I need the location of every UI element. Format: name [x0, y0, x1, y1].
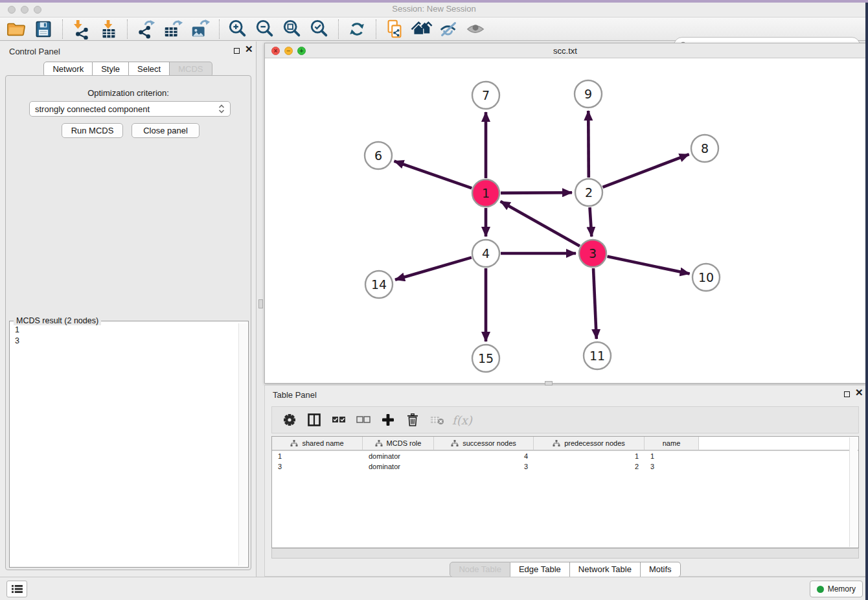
close-panel-icon[interactable]: ✕: [245, 46, 253, 52]
memory-label: Memory: [828, 584, 856, 594]
save-session-icon[interactable]: [32, 18, 54, 40]
task-history-button[interactable]: [6, 581, 27, 597]
mcds-tab-content: Optimization criterion: strongly connect…: [5, 75, 251, 570]
show-all-eye-icon[interactable]: [465, 18, 487, 40]
graph-node-6[interactable]: 6: [365, 142, 392, 169]
float-table-panel-icon[interactable]: [844, 391, 850, 397]
clone-network-icon[interactable]: [383, 18, 405, 40]
table-cell[interactable]: 3: [645, 463, 699, 470]
dropdown-stepper-icon: [218, 104, 225, 113]
splitter-grip-vertical[interactable]: [258, 299, 263, 308]
zoom-selected-icon[interactable]: [308, 18, 330, 40]
import-table-icon[interactable]: [97, 18, 119, 40]
edge-1-6[interactable]: [394, 161, 472, 189]
table-row[interactable]: 3dominator323: [272, 461, 858, 472]
tab-network-table[interactable]: Network Table: [570, 562, 641, 577]
export-table-icon[interactable]: [162, 18, 184, 40]
graph-node-3[interactable]: 3: [579, 240, 606, 267]
graph-node-11[interactable]: 11: [584, 342, 611, 369]
close-panel-button[interactable]: Close panel: [131, 123, 200, 138]
column-header-successor-nodes[interactable]: successor nodes: [434, 437, 534, 450]
refresh-view-icon[interactable]: [346, 18, 368, 40]
graph-node-4[interactable]: 4: [472, 240, 499, 267]
memory-button[interactable]: Memory: [810, 581, 863, 597]
toolbar-separator: [219, 19, 220, 39]
home-view-icon[interactable]: [411, 18, 433, 40]
zoom-in-icon[interactable]: [227, 18, 249, 40]
titlebar: Session: New Session: [0, 0, 868, 17]
tab-edge-table[interactable]: Edge Table: [510, 562, 570, 577]
edge-2-8[interactable]: [603, 154, 689, 187]
table-cell[interactable]: 1: [272, 452, 363, 460]
table-cell[interactable]: 2: [534, 463, 645, 470]
result-scrollbar[interactable]: [238, 323, 247, 566]
run-mcds-button[interactable]: Run MCDS: [62, 123, 123, 138]
graph-node-15[interactable]: 15: [472, 345, 499, 372]
svg-text:9: 9: [584, 87, 592, 101]
delete-column-trash-icon[interactable]: [403, 410, 422, 430]
export-image-icon[interactable]: [189, 18, 211, 40]
edge-3-11[interactable]: [593, 268, 597, 339]
memory-status-icon: [817, 586, 824, 593]
zoom-out-icon[interactable]: [254, 18, 276, 40]
graph-node-2[interactable]: 2: [575, 179, 602, 206]
table-settings-gear-icon[interactable]: [280, 410, 299, 430]
graph-node-1[interactable]: 1: [472, 179, 499, 207]
graph-node-14[interactable]: 14: [365, 271, 393, 298]
column-label: predecessor nodes: [564, 439, 625, 447]
attribute-tree-icon: [451, 440, 459, 447]
edge-4-14[interactable]: [395, 257, 472, 279]
network-window-titlebar[interactable]: × − + scc.txt: [265, 43, 865, 58]
optimization-criterion-label: Optimization criterion:: [6, 88, 251, 98]
edge-3-1[interactable]: [501, 202, 580, 246]
node-table: shared nameMCDS rolesuccessor nodesprede…: [271, 436, 859, 548]
column-header-name[interactable]: name: [645, 437, 699, 450]
zoom-fit-icon[interactable]: [281, 18, 303, 40]
table-cell[interactable]: 3: [434, 463, 534, 470]
network-canvas[interactable]: 1 2 3 4 6 7 8 9 10 11 14 15: [265, 58, 865, 383]
attribute-tree-icon: [553, 440, 560, 447]
criterion-dropdown[interactable]: strongly connected component: [29, 101, 231, 117]
graph-node-7[interactable]: 7: [472, 82, 499, 109]
hide-unselected-eye-icon[interactable]: [438, 18, 460, 40]
table-cell[interactable]: 1: [534, 452, 645, 460]
column-visibility-icon[interactable]: [304, 410, 324, 430]
tab-motifs[interactable]: Motifs: [641, 562, 681, 577]
column-header-MCDS-role[interactable]: MCDS role: [363, 437, 434, 450]
column-header-shared-name[interactable]: shared name: [272, 437, 363, 450]
graph-node-8[interactable]: 8: [691, 135, 718, 162]
network-view-window: × − + scc.txt 1 2 3 4 6 7 8 9 10 11: [264, 43, 866, 384]
table-toolbar: f(x): [271, 406, 859, 433]
table-hscroll-track[interactable]: [271, 548, 859, 559]
column-label: successor nodes: [463, 439, 516, 447]
mcds-result-item: 3: [15, 336, 234, 347]
table-cell[interactable]: dominator: [363, 452, 434, 460]
attribute-tree-icon: [375, 440, 383, 447]
deselect-all-rows-icon[interactable]: [354, 410, 373, 430]
table-row[interactable]: 1dominator411: [272, 451, 858, 461]
edge-2-9[interactable]: [588, 111, 589, 178]
graph-node-9[interactable]: 9: [575, 80, 602, 108]
import-network-icon[interactable]: [70, 18, 92, 40]
attribute-tree-icon: [290, 440, 298, 447]
close-table-panel-icon[interactable]: ✕: [855, 389, 863, 395]
table-cell[interactable]: 3: [272, 463, 363, 470]
table-cell[interactable]: 1: [645, 452, 699, 460]
criterion-value: strongly connected component: [35, 104, 218, 114]
column-header-predecessor-nodes[interactable]: predecessor nodes: [534, 437, 645, 450]
svg-text:4: 4: [482, 246, 490, 260]
edge-1-2[interactable]: [501, 192, 572, 193]
table-scrollbar[interactable]: [849, 437, 858, 547]
graph-node-10[interactable]: 10: [692, 264, 720, 291]
table-cell[interactable]: 4: [434, 452, 534, 460]
add-column-icon[interactable]: [378, 410, 398, 430]
edge-3-10[interactable]: [608, 257, 690, 274]
table-cell[interactable]: dominator: [363, 463, 434, 470]
open-session-icon[interactable]: [5, 18, 27, 40]
select-all-rows-icon[interactable]: [329, 410, 348, 430]
splitter-grip-horizontal[interactable]: [545, 381, 553, 386]
export-network-icon[interactable]: [135, 18, 157, 40]
float-panel-icon[interactable]: [234, 48, 240, 54]
edge-2-3[interactable]: [590, 207, 592, 237]
tab-node-table[interactable]: Node Table: [450, 562, 510, 577]
